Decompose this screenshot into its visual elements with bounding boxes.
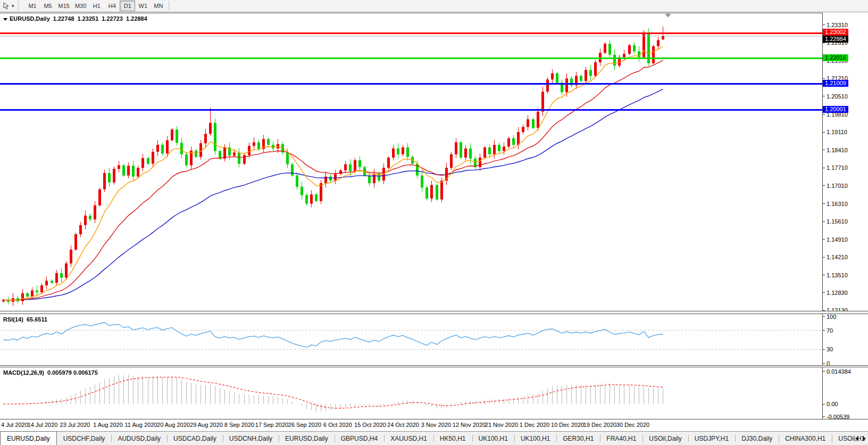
timeframe-button-d1[interactable]: D1 <box>120 1 135 11</box>
chart-open-value: 1.22748 <box>53 15 74 22</box>
chart-tab-hk50-h1[interactable]: HK50,H1 <box>433 432 472 445</box>
macd-axis-label: 0.00 <box>827 401 838 407</box>
chart-tab-gbpusd-h4[interactable]: GBPUSD,H4 <box>335 432 384 445</box>
chart-tab-eurusd-daily[interactable]: EURUSD,Daily <box>279 432 335 445</box>
tick-dash <box>823 203 825 204</box>
chart-tab-usdjpy-h1[interactable]: USDJPY,H1 <box>688 432 735 445</box>
time-axis[interactable]: 4 Jul 202014 Jul 202023 Jul 20201 Aug 20… <box>0 419 868 431</box>
hline-1.22016[interactable] <box>0 57 822 59</box>
cursor-tool-icon[interactable] <box>2 2 11 10</box>
tick-dash <box>823 330 825 331</box>
date-label: 3 Nov 2020 <box>421 422 451 428</box>
chart-tab-usdchf-daily[interactable]: USDCHF,Daily <box>57 432 112 445</box>
price-axis-tick: 1.16310 <box>823 200 848 207</box>
chart-tab-audusd-daily[interactable]: AUDUSD,Daily <box>111 432 167 445</box>
macd-axis-label: 0.014384 <box>827 368 851 375</box>
date-label: 6 Oct 2020 <box>323 422 352 428</box>
rsi-axis-label: 70 <box>827 327 833 334</box>
price-axis-tick: 1.18410 <box>823 146 848 153</box>
price-axis-tick: 1.12830 <box>823 289 848 296</box>
date-label: 21 Nov 2020 <box>485 422 518 428</box>
hline-price-badge: 1.22016 <box>823 54 848 61</box>
chart-tab-dj30-daily[interactable]: DJ30,Daily <box>735 432 779 445</box>
timeframe-buttons: M1M5M15M30H1H4D1W1MN <box>25 1 166 11</box>
tick-dash <box>823 404 825 405</box>
chart-tab-fra40-h1[interactable]: FRA40,H1 <box>600 432 642 445</box>
time-axis-border <box>0 419 868 419</box>
hline-price-badge: 1.23002 <box>823 29 848 36</box>
price-axis[interactable]: 1.233101.226101.219101.212101.205101.198… <box>822 13 868 419</box>
panel-splitter-rsi[interactable] <box>0 311 868 314</box>
hline-price-badge: 1.20001 <box>823 106 848 113</box>
chart-close-value: 1.22884 <box>126 15 147 22</box>
price-axis-tick: 1.14910 <box>823 236 848 243</box>
date-label: 19 Dec 2020 <box>583 422 616 428</box>
date-label: 20 Aug 2020 <box>157 422 190 428</box>
toolbar-grip-2 <box>169 2 172 10</box>
date-label: 30 Dec 2020 <box>616 422 649 428</box>
rsi-name: RSI(14) <box>3 316 23 323</box>
tick-dash <box>823 96 825 96</box>
tab-scroll-right-icon[interactable] <box>863 436 866 441</box>
chart-tab-china300-h1[interactable]: CHINA300,H1 <box>779 432 832 445</box>
price-axis-tick-label: 1.16310 <box>827 201 848 207</box>
price-axis-tick: 1.20510 <box>823 93 848 100</box>
chart-symbol-label: EURUSD,Daily <box>10 15 50 22</box>
rsi-value: 65.6511 <box>27 316 47 323</box>
date-label: 26 Sep 2020 <box>288 422 321 428</box>
timeframe-button-mn[interactable]: MN <box>151 1 166 11</box>
price-axis-tick: 1.15610 <box>823 218 848 225</box>
date-label: 14 Jul 2020 <box>28 422 58 428</box>
price-axis-tick-label: 1.14910 <box>827 236 848 243</box>
chart-shift-marker-icon[interactable] <box>665 14 671 18</box>
price-axis-tick: 1.17010 <box>823 182 848 189</box>
price-axis-tick-label: 1.19110 <box>827 129 847 135</box>
chart-tab-usdcnh-daily[interactable]: USDCNH,Daily <box>223 432 279 445</box>
timeframe-button-m1[interactable]: M1 <box>25 1 40 11</box>
timeframe-button-m15[interactable]: M15 <box>56 1 72 11</box>
tab-nav <box>855 432 866 445</box>
price-axis-tick: 1.13510 <box>823 271 848 278</box>
rsi-canvas[interactable] <box>0 314 822 365</box>
chart-tab-uk100-h1[interactable]: UK100,H1 <box>514 432 556 445</box>
tick-dash <box>823 239 825 240</box>
timeframe-button-m5[interactable]: M5 <box>40 1 56 11</box>
chart-tab-usoil-daily[interactable]: USOil,Daily <box>642 432 688 445</box>
timeframe-toolbar: ▾ M1M5M15M30H1H4D1W1MN <box>0 0 868 12</box>
chart-tab-uk100-h1[interactable]: UK100,H1 <box>472 432 514 445</box>
timeframe-button-m30[interactable]: M30 <box>72 1 89 11</box>
chart-tab-eurusd-daily[interactable]: EURUSD,Daily <box>0 431 57 445</box>
hline-1.20001[interactable] <box>0 109 822 111</box>
tick-dash <box>823 292 825 293</box>
tick-dash <box>823 78 825 79</box>
tick-dash <box>823 132 825 133</box>
date-label: 24 Oct 2020 <box>387 422 419 428</box>
rsi-axis-tick: 30 <box>823 346 833 353</box>
toolbar-grip <box>18 2 22 10</box>
current-price-badge: 1.22884 <box>823 36 848 43</box>
panel-splitter-macd[interactable] <box>0 365 868 367</box>
macd-values: 0.005979 0.006175 <box>47 369 98 376</box>
price-axis-tick-label: 1.20510 <box>827 93 848 100</box>
macd-canvas[interactable] <box>0 367 822 419</box>
date-label: 12 Nov 2020 <box>453 422 486 428</box>
tick-dash <box>823 275 825 275</box>
chart-tab-ger30-h1[interactable]: GER30,H1 <box>556 432 600 445</box>
hline-1.21009[interactable] <box>0 83 822 85</box>
macd-panel: MACD(12,26,9)0.005979 0.006175 <box>0 367 822 419</box>
current-price-line <box>0 36 822 36</box>
tab-scroll-left-icon[interactable] <box>855 436 858 441</box>
chart-tab-xauusd-h1[interactable]: XAUUSD,H1 <box>384 432 433 445</box>
price-axis-tick-label: 1.17010 <box>827 183 848 189</box>
hline-1.23002[interactable] <box>0 32 822 34</box>
timeframe-button-w1[interactable]: W1 <box>135 1 151 11</box>
date-label: 23 Jul 2020 <box>60 422 90 428</box>
chart-tab-usdcad-daily[interactable]: USDCAD,Daily <box>167 432 223 445</box>
rsi-label: RSI(14)65.6511 <box>3 316 47 323</box>
timeframe-button-h4[interactable]: H4 <box>104 1 120 11</box>
chart-title-collapse-icon[interactable] <box>3 18 7 21</box>
cursor-tool-dropdown-icon[interactable]: ▾ <box>12 3 14 9</box>
tick-dash <box>823 168 825 168</box>
timeframe-button-h1[interactable]: H1 <box>89 1 104 11</box>
price-axis-tick-label: 1.23310 <box>827 22 848 28</box>
